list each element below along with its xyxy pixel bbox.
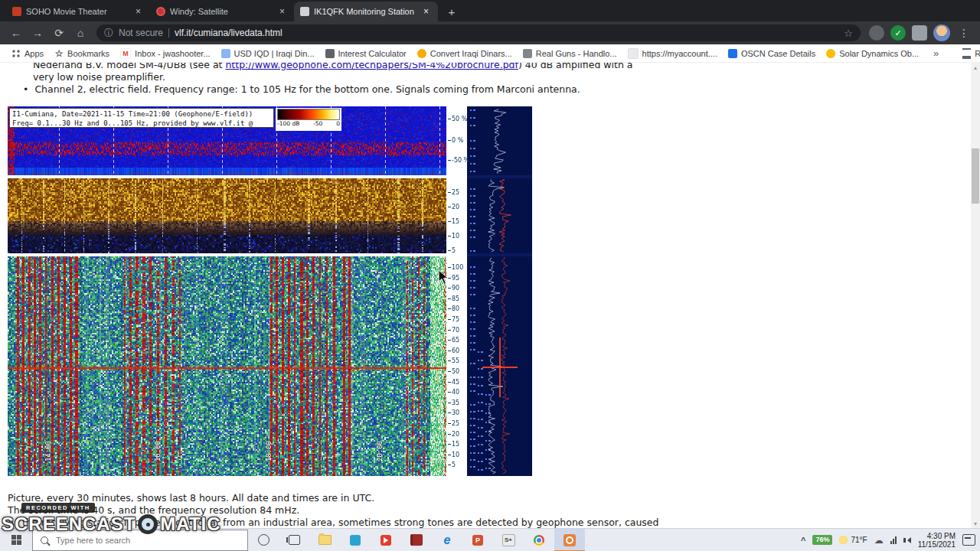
tab-ik1qfk-active[interactable]: IK1QFK Monitoring Station - Live × <box>294 2 438 21</box>
freq-axis-label: 70 <box>448 327 468 334</box>
extension-icon-dark[interactable] <box>869 25 884 41</box>
chrome-button[interactable] <box>524 529 554 551</box>
bookmark-bookmarks-folder[interactable]: ☆ Bookmarks <box>51 47 113 60</box>
bookmark-solar-dynamics[interactable]: Solar Dynamics Ob... <box>822 47 923 60</box>
bullet-text: Channel 2, electric field. Frequency ran… <box>34 83 580 95</box>
intro-text-post: ) 40 dB amplified with a <box>518 63 633 70</box>
freq-axis-label: 45 <box>448 379 468 386</box>
bookmarks-overflow-icon[interactable]: » <box>929 47 943 59</box>
close-icon[interactable]: × <box>276 6 288 18</box>
search-input[interactable] <box>54 535 211 546</box>
bookmark-convert-dinars[interactable]: Convert Iraqi Dinars... <box>413 47 516 60</box>
cortana-icon <box>258 534 270 546</box>
freq-axis-label: 60 <box>448 347 468 354</box>
intro-text-pre: Nederland B.V. model SM-4/UB8 (see at <box>33 63 225 70</box>
internet-explorer-button[interactable]: e <box>432 529 462 551</box>
tab-favicon-ik1qfk <box>300 7 309 16</box>
db-scale-labels: -100 dB -50 0 <box>276 120 341 127</box>
battery-indicator[interactable]: 76% <box>812 535 832 545</box>
internet-explorer-icon: e <box>444 535 451 546</box>
bookmark-real-guns[interactable]: Real Guns - Handlo... <box>519 47 621 60</box>
bullet-icon: • <box>23 83 28 95</box>
url-text[interactable]: vlf.it/cumiana/livedata.html <box>175 28 838 38</box>
intro-line-2: very low noise preamplifier. <box>33 71 165 83</box>
account-icon <box>628 48 639 59</box>
bookmark-inbox[interactable]: M Inbox - jwashooter... <box>116 47 214 60</box>
task-view-icon <box>289 535 300 545</box>
close-icon[interactable]: × <box>132 6 144 18</box>
scroll-down-icon[interactable]: ▼ <box>971 519 980 528</box>
reading-list-button[interactable]: Reading list <box>959 47 980 60</box>
back-icon[interactable]: ← <box>6 23 26 43</box>
bookmark-myaccount[interactable]: https://myaccount.... <box>624 47 721 60</box>
cortana-button[interactable] <box>248 529 279 551</box>
geophone-spectrogram-canvas <box>8 178 446 253</box>
scroll-up-icon[interactable]: ▲ <box>971 63 980 72</box>
profile-avatar[interactable] <box>933 24 950 41</box>
page-scrollbar[interactable]: ▲ ▼ <box>971 63 980 528</box>
browser-menu-icon[interactable]: ⋮ <box>954 27 974 39</box>
tab-soho[interactable]: SOHO Movie Theater × <box>6 2 150 21</box>
freq-axis-label: 85 <box>448 295 468 302</box>
start-button[interactable] <box>0 529 32 551</box>
tab-title: SOHO Movie Theater <box>26 7 128 16</box>
volume-icon[interactable] <box>903 537 911 543</box>
tab-windy[interactable]: Windy: Satellite × <box>150 2 294 21</box>
bookmark-label: Convert Iraqi Dinars... <box>430 49 512 58</box>
taskbar-clock[interactable]: 4:30 PM 11/15/2021 <box>918 532 956 549</box>
bookmark-label: USD IQD | Iraqi Din... <box>234 49 315 58</box>
pct-axis-label: 50 % <box>448 116 468 122</box>
freq-axis-label: 5 <box>448 461 468 468</box>
freq-axis-label: 65 <box>448 337 468 344</box>
bookmark-label: Real Guns - Handlo... <box>536 49 617 58</box>
bookmark-label: Solar Dynamics Ob... <box>839 49 919 58</box>
screencast-o-matic-button[interactable] <box>554 529 585 551</box>
powerpoint-button[interactable]: P <box>462 529 493 551</box>
action-center-icon[interactable] <box>962 534 975 546</box>
extension-check-icon[interactable]: ✓ <box>890 25 906 41</box>
new-tab-button[interactable]: + <box>443 2 461 21</box>
document-icon <box>221 49 230 58</box>
extensions-puzzle-icon[interactable] <box>912 25 927 41</box>
caption-3: As the receiving station is placed not t… <box>8 517 658 528</box>
divider <box>168 28 169 37</box>
close-icon[interactable]: × <box>420 6 432 18</box>
freq-axis-label: 35 <box>448 399 468 406</box>
scrollbar-thumb[interactable] <box>972 148 979 204</box>
file-explorer-button[interactable] <box>309 529 340 551</box>
sharepoint-button[interactable]: S+ <box>493 529 524 551</box>
bookmark-usd-iqd[interactable]: USD IQD | Iraqi Din... <box>217 47 318 60</box>
forward-icon[interactable]: → <box>28 23 47 43</box>
tray-expand-icon[interactable]: ^ <box>801 536 805 545</box>
url-bar[interactable]: ⓘ Not secure vlf.it/cumiana/livedata.htm… <box>96 24 861 41</box>
network-icon[interactable] <box>890 536 897 544</box>
reload-icon[interactable]: ⟳ <box>49 23 69 43</box>
geophone-link[interactable]: http://www.geophone.com/techpapers/SM-4%… <box>225 63 518 70</box>
db-scale: -100 dB -50 0 <box>276 108 341 131</box>
store-button[interactable] <box>340 529 371 551</box>
bookmark-interest-calculator[interactable]: Interest Calculator <box>322 47 410 60</box>
bookmark-oscn[interactable]: OSCN Case Details <box>724 47 819 60</box>
bookmark-label: Inbox - jwashooter... <box>135 49 210 58</box>
taskbar-search[interactable] <box>32 530 248 551</box>
weather-widget[interactable]: 71°F <box>839 536 867 544</box>
home-icon[interactable]: ⌂ <box>70 23 90 43</box>
tab-title: Windy: Satellite <box>170 7 272 16</box>
time-label: 16:00 <box>154 441 162 461</box>
pct-axis-label: -50 % <box>448 157 468 164</box>
spectrogram-title-line2: Freq= 0.1...30 Hz and 0...105 Hz, provid… <box>12 119 271 128</box>
tab-title: IK1QFK Monitoring Station - Live <box>314 7 416 16</box>
bookmark-label: Interest Calculator <box>338 49 407 58</box>
reading-list-icon <box>962 48 971 59</box>
media-app-button[interactable] <box>371 529 401 551</box>
bookmark-apps[interactable]: Apps <box>8 47 47 60</box>
screen: { "icons": { "close": "×", "new_tab": "+… <box>0 0 980 551</box>
task-view-button[interactable] <box>279 529 309 551</box>
security-label: Not secure <box>119 28 163 38</box>
caption-1: Picture, every 30 minutes, shows last 8 … <box>8 492 374 504</box>
bookmark-star-icon[interactable]: ☆ <box>844 28 853 39</box>
onedrive-cloud-icon[interactable]: ☁ <box>874 536 884 545</box>
document-app-button[interactable] <box>401 529 432 551</box>
bookmark-label: https://myaccount.... <box>642 49 717 58</box>
info-icon[interactable]: ⓘ <box>104 27 113 40</box>
